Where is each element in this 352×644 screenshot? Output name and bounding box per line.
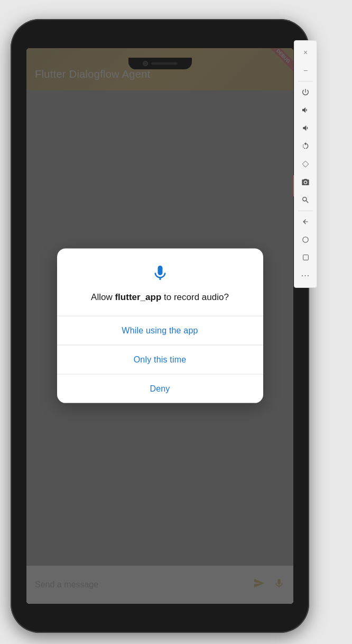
while-using-button[interactable]: While using the app (57, 316, 263, 345)
svg-rect-1 (303, 255, 308, 260)
deny-button[interactable]: Deny (57, 375, 263, 403)
phone-screen: Flutter Dialogflow Agent DEBUG (26, 48, 293, 604)
close-button[interactable]: × (296, 44, 315, 61)
phone-notch (128, 58, 192, 69)
phone-container: Flutter Dialogflow Agent DEBUG (11, 19, 317, 638)
mic-icon (70, 263, 251, 284)
minimize-button[interactable]: − (296, 62, 315, 79)
camera-dot (143, 61, 148, 66)
side-toolbar: × − ··· (294, 40, 317, 288)
dialog-content: Allow flutter_app to record audio? (57, 248, 263, 316)
zoom-button[interactable] (296, 192, 315, 208)
vol-up-button[interactable] (296, 102, 315, 119)
permission-dialog: Allow flutter_app to record audio? While… (57, 248, 263, 403)
diamond-button[interactable] (296, 156, 315, 173)
home-button[interactable] (296, 231, 315, 248)
toolbar-divider-1 (298, 81, 313, 81)
power-button[interactable] (296, 84, 315, 101)
dialog-message-suffix: to record audio? (161, 292, 229, 302)
speaker-bar (151, 62, 178, 65)
vol-down-button[interactable] (296, 120, 315, 137)
phone-body: Flutter Dialogflow Agent DEBUG (11, 19, 309, 633)
camera-button[interactable] (296, 174, 315, 191)
more-button[interactable]: ··· (296, 267, 315, 284)
svg-point-0 (303, 237, 309, 242)
rotate-button[interactable] (296, 138, 315, 155)
only-this-time-button[interactable]: Only this time (57, 346, 263, 374)
toolbar-divider-2 (298, 211, 313, 211)
recents-button[interactable] (296, 249, 315, 266)
dialog-app-name: flutter_app (115, 292, 161, 302)
back-button[interactable] (296, 213, 315, 230)
dialog-message: Allow flutter_app to record audio? (70, 291, 251, 303)
